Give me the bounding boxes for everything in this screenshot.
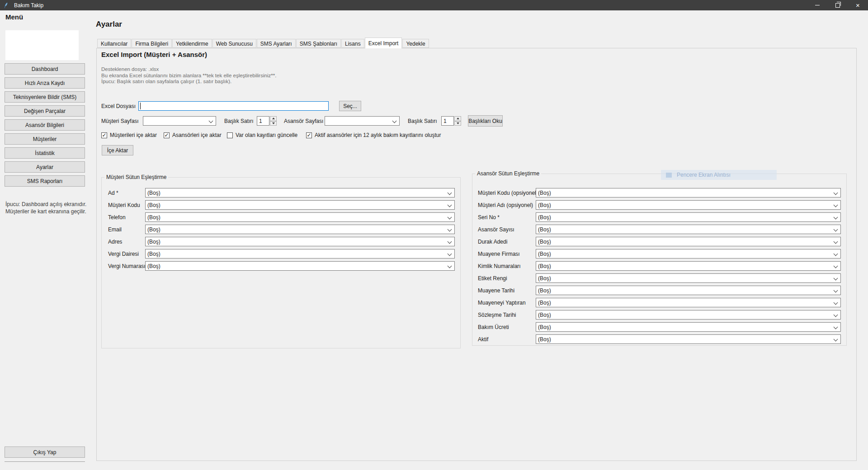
checkbox-musterileri-ice-aktar[interactable]: ✓ Müşterileri içe aktar	[101, 132, 157, 138]
checkbox-asansorleri-ice-aktar[interactable]: ✓ Asansörleri içe aktar	[164, 132, 222, 138]
tab-yetkilendirme[interactable]: Yetkilendirme	[172, 39, 212, 48]
elevator-header-row-value: 1	[441, 116, 454, 126]
mapping-row: Durak Adedi (Boş)	[478, 237, 841, 246]
combo-musteri-adi-ops[interactable]: (Boş)	[536, 200, 841, 210]
field-label-musteri-kodu: Müşteri Kodu	[108, 202, 145, 208]
combo-aktif[interactable]: (Boş)	[536, 334, 841, 344]
close-button[interactable]: ×	[848, 0, 868, 10]
sidebar: Dashboard Hızlı Arıza Kaydı Teknisyenler…	[5, 63, 85, 189]
combo-bakim-ucreti[interactable]: (Boş)	[536, 322, 841, 332]
tab-yedekle[interactable]: Yedekle	[402, 39, 429, 48]
field-label-muayene-firmasi: Muayene Firması	[478, 251, 536, 257]
sidebar-tip: İpucu: Dashboard açılış ekranıdır. Müşte…	[5, 201, 86, 215]
customer-mapping-groupbox: Müşteri Sütun Eşleştirme Ad * (Boş) Müşt…	[101, 177, 461, 348]
combo-value: (Boş)	[538, 312, 551, 318]
field-label-vergi-numarasi: Vergi Numarası	[108, 263, 145, 269]
combo-ad[interactable]: (Boş)	[145, 188, 455, 197]
chevron-down-icon	[834, 301, 838, 305]
chevron-down-icon	[834, 240, 838, 244]
read-headers-button[interactable]: Başlıkları Oku	[468, 115, 503, 127]
spin-up-button[interactable]	[454, 116, 461, 121]
combo-email[interactable]: (Boş)	[145, 225, 455, 234]
combo-kimlik-numaralari[interactable]: (Boş)	[536, 261, 841, 271]
customer-sheet-label: Müşteri Sayfası	[101, 118, 139, 124]
chevron-down-icon	[448, 191, 452, 195]
tab-excel-import[interactable]: Excel Import	[365, 38, 402, 48]
spin-up-button[interactable]	[270, 116, 277, 121]
sidebar-item-sms-raporlari[interactable]: SMS Raporları	[5, 175, 85, 187]
logout-button[interactable]: Çıkış Yap	[5, 446, 85, 458]
tab-web-sunucusu[interactable]: Web Sunucusu	[212, 39, 256, 48]
combo-vergi-dairesi[interactable]: (Boş)	[145, 249, 455, 258]
combo-adres[interactable]: (Boş)	[145, 237, 455, 246]
chevron-down-icon	[834, 227, 838, 232]
sidebar-item-istatistik[interactable]: İstatistik	[5, 147, 85, 159]
restore-button[interactable]	[827, 0, 848, 10]
customer-sheet-combobox[interactable]	[143, 116, 216, 126]
sidebar-tip-line2: Müşteriler ile kart ekranına geçilir.	[5, 208, 86, 215]
combo-muayeneyi-yaptiran[interactable]: (Boş)	[536, 298, 841, 307]
sidebar-item-ayarlar[interactable]: Ayarlar	[5, 161, 85, 173]
combo-value: (Boş)	[538, 275, 551, 282]
combo-musteri-kodu-ops[interactable]: (Boş)	[536, 188, 841, 197]
customer-header-row-spinner[interactable]: 1	[257, 116, 277, 126]
sidebar-divider	[5, 461, 85, 462]
browse-button[interactable]: Seç...	[339, 101, 361, 111]
combo-muayene-firmasi[interactable]: (Boş)	[536, 249, 841, 258]
customer-header-row-value: 1	[257, 116, 269, 126]
mapping-row: Kimlik Numaraları (Boş)	[478, 261, 841, 271]
checkbox-aktif-asansorler-bakim-kayitlari[interactable]: ✓ Aktif asansörler için 12 aylık bakım k…	[306, 132, 441, 138]
combo-seri-no[interactable]: (Boş)	[536, 212, 841, 222]
tab-kullanicilar[interactable]: Kullanıcılar	[97, 39, 131, 48]
ghost-overlay-text: Pencere Ekran Alıntısı	[677, 172, 731, 178]
chevron-down-icon	[834, 264, 838, 268]
sidebar-item-dashboard[interactable]: Dashboard	[5, 63, 85, 75]
sidebar-item-hizli-ariza-kaydi[interactable]: Hızlı Arıza Kaydı	[5, 77, 85, 89]
field-label-email: Email	[108, 226, 145, 233]
sidebar-item-musteriler[interactable]: Müşteriler	[5, 133, 85, 145]
mapping-row: Müşteri Adı (opsiyonel) (Boş)	[478, 200, 841, 210]
elevator-sheet-combobox[interactable]	[325, 116, 400, 126]
menu-heading: Menü	[5, 13, 23, 21]
combo-value: (Boş)	[538, 190, 551, 196]
arrow-up-icon	[457, 118, 459, 119]
help-line2: Bu ekranda Excel sütunlarını bizim alanl…	[101, 73, 276, 79]
chevron-down-icon	[448, 203, 452, 207]
field-label-musteri-kodu-ops: Müşteri Kodu (opsiyonel)	[478, 190, 536, 196]
sidebar-item-asansor-bilgileri[interactable]: Asansör Bilgileri	[5, 119, 85, 131]
chevron-down-icon	[834, 337, 838, 342]
combo-sozlesme-tarihi[interactable]: (Boş)	[536, 310, 841, 320]
combo-durak-adedi[interactable]: (Boş)	[536, 237, 841, 246]
combo-value: (Boş)	[538, 324, 551, 330]
excel-file-input[interactable]	[138, 101, 329, 111]
combo-value: (Boş)	[147, 202, 160, 208]
elevator-header-row-spinner[interactable]: 1	[441, 116, 461, 126]
help-line1: Desteklenen dosya: .xlsx	[101, 66, 276, 73]
sidebar-item-degisen-parcalar[interactable]: Değişen Parçalar	[5, 105, 85, 117]
tab-sms-ayarlari[interactable]: SMS Ayarları	[257, 39, 296, 48]
chevron-down-icon	[834, 325, 838, 329]
field-label-durak-adedi: Durak Adedi	[478, 239, 536, 245]
combo-muayene-tarihi[interactable]: (Boş)	[536, 286, 841, 295]
sidebar-item-teknisyenlere-bildir-sms[interactable]: Teknisyenlere Bildir (SMS)	[5, 91, 85, 103]
minimize-button[interactable]	[807, 0, 827, 10]
arrow-down-icon	[457, 122, 459, 124]
mapping-row: Muayene Firması (Boş)	[478, 249, 841, 258]
combo-musteri-kodu[interactable]: (Boş)	[145, 200, 455, 210]
combo-telefon[interactable]: (Boş)	[145, 212, 455, 222]
tab-lisans[interactable]: Lisans	[341, 39, 364, 48]
checkbox-var-olan-kayitlari-guncelle[interactable]: Var olan kayıtları güncelle	[227, 132, 297, 138]
field-label-muayeneyi-yaptiran: Muayeneyi Yaptıran	[478, 300, 536, 306]
spin-down-button[interactable]	[270, 121, 277, 126]
combo-value: (Boş)	[538, 300, 551, 306]
combo-etiket-rengi[interactable]: (Boş)	[536, 273, 841, 283]
combo-asansor-sayisi[interactable]: (Boş)	[536, 225, 841, 234]
window-title: Bakım Takip	[14, 2, 43, 9]
spin-down-button[interactable]	[454, 121, 461, 126]
arrow-up-icon	[272, 118, 275, 119]
tab-sms-sablonlari[interactable]: SMS Şablonları	[296, 39, 341, 48]
combo-vergi-numarasi[interactable]: (Boş)	[145, 261, 455, 271]
tab-firma-bilgileri[interactable]: Firma Bilgileri	[132, 39, 172, 48]
import-button[interactable]: İçe Aktar	[102, 145, 133, 155]
logo-placeholder	[5, 30, 79, 60]
